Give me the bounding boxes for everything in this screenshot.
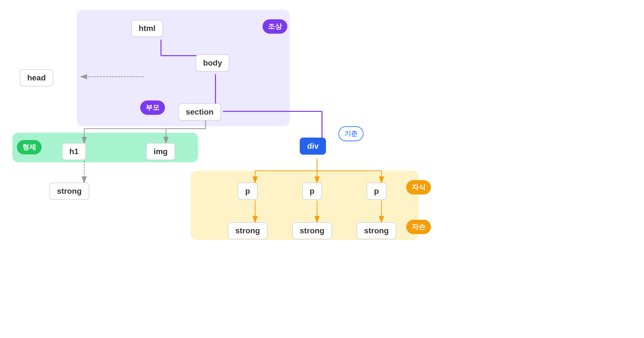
node-strong1: strong: [228, 222, 268, 239]
badge-ancestor: 조상: [262, 19, 287, 34]
node-h1: h1: [62, 143, 86, 160]
node-strong-h1: strong: [50, 183, 89, 200]
node-section: section: [178, 103, 221, 120]
node-strong2: strong: [292, 222, 332, 239]
node-p1: p: [238, 183, 258, 200]
badge-sibling: 형제: [17, 140, 42, 154]
badge-standard: 기준: [338, 126, 364, 141]
node-strong3: strong: [357, 222, 396, 239]
node-head: head: [20, 69, 53, 86]
node-p2: p: [302, 183, 322, 200]
node-img: img: [146, 143, 175, 160]
badge-child: 자식: [406, 180, 431, 195]
badge-parent: 부모: [140, 100, 165, 115]
node-html: html: [131, 20, 163, 37]
node-p3: p: [366, 183, 386, 200]
node-div: div: [300, 138, 326, 155]
diagram-container: html head body section h1 img div strong…: [0, 0, 644, 338]
badge-grandchild: 자손: [406, 220, 431, 234]
node-body: body: [196, 54, 229, 71]
